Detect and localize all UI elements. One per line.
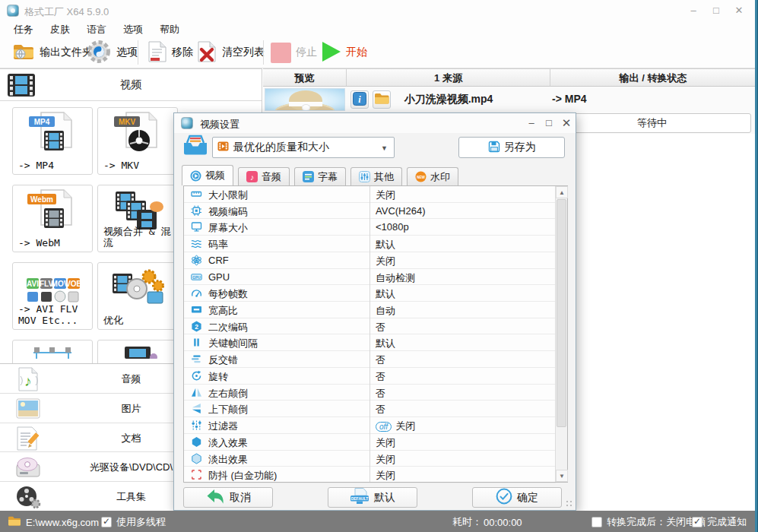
shutdown-checkbox[interactable]	[591, 517, 602, 527]
preview-thumbnail[interactable]	[265, 88, 345, 111]
setting-label: 过滤器	[208, 420, 238, 433]
format-card-mp4[interactable]: MP4-> MP4	[12, 107, 93, 175]
dialog-logo-icon	[181, 117, 193, 129]
setting-label: 视频编码	[208, 205, 248, 219]
resize-grip[interactable]	[565, 499, 574, 508]
format-card-merge[interactable]: 视频合并 & 混流	[97, 185, 178, 252]
setting-value: 自动检测	[376, 271, 415, 285]
dialog-title: 视频设置	[200, 118, 239, 131]
dialog-close-button[interactable]: ✕	[559, 116, 574, 130]
source-filename: 小刀洗澡视频.mp4	[347, 93, 550, 106]
dialog-minimize-button[interactable]: –	[524, 116, 539, 130]
gpu-icon: GPU	[191, 271, 202, 283]
setting-value-text: 否	[376, 353, 385, 367]
gauge-icon	[191, 287, 202, 299]
setting-value: 自动	[376, 304, 395, 318]
format-card-label: 视频合并 & 混流	[103, 226, 174, 249]
close-button[interactable]: ✕	[729, 3, 749, 18]
setting-value-text: 默认	[376, 287, 395, 301]
start-button[interactable]: 开始	[320, 37, 367, 68]
video-tab-icon	[190, 170, 201, 182]
back-arrow-icon	[205, 488, 225, 507]
setting-value: off关闭	[376, 420, 415, 433]
preset-film-icon	[217, 141, 229, 154]
setting-value: 默认	[376, 337, 395, 350]
setting-value-text: 否	[376, 403, 385, 416]
column-header-1[interactable]: 1 来源	[347, 68, 550, 87]
setting-value: AVC(H264)	[376, 205, 426, 217]
webm-card-icon: Webm	[13, 187, 92, 236]
sidebar-header-video[interactable]: 视频	[0, 69, 262, 101]
setting-label: 每秒帧数	[208, 287, 248, 301]
default-button[interactable]: DEFAULT 默认	[328, 487, 417, 508]
tab-1[interactable]: ♪音频	[238, 167, 290, 185]
notify-toggle[interactable]: 完成通知	[692, 515, 747, 529]
watermark-tab-icon: NEW	[415, 171, 427, 182]
dialog-maximize-button[interactable]: □	[541, 116, 557, 130]
video-settings-dialog: 视频设置 – □ ✕ 最优化的质量和大小 ▼ 另存为 视频♪音频字幕其他NEW水…	[173, 112, 576, 511]
tab-4[interactable]: NEW水印	[407, 167, 458, 185]
scroll-up-arrow[interactable]: ▲	[556, 186, 568, 198]
setting-value: 否	[376, 387, 385, 401]
preset-dropdown[interactable]: 最优化的质量和大小 ▼	[212, 137, 395, 158]
column-header-0[interactable]: 预览	[263, 68, 347, 87]
svg-text:GPU: GPU	[192, 275, 201, 279]
cancel-button[interactable]: 取消	[183, 487, 273, 508]
tab-2[interactable]: 字幕	[294, 167, 346, 185]
setting-label: 淡出效果	[208, 453, 248, 467]
format-card-optimize[interactable]: 优化	[97, 262, 178, 330]
column-header-2[interactable]: 输出 / 转换状态	[550, 68, 756, 87]
setting-value: 关闭	[376, 188, 395, 202]
rotate-icon	[191, 370, 202, 382]
monitor-icon	[191, 221, 202, 233]
clear-list-button[interactable]: 清空列表	[196, 37, 265, 68]
output-folder-button[interactable]: 输出文件夹	[12, 37, 93, 68]
setting-value-text: 关闭	[376, 453, 395, 467]
scrollbar-thumb[interactable]	[557, 199, 566, 427]
multithread-checkbox[interactable]	[101, 517, 112, 527]
fadeout-icon	[191, 453, 202, 464]
setting-value-text: 关闭	[376, 255, 395, 268]
mux-card-icon	[98, 342, 177, 361]
format-card-avi[interactable]: AVIFLVMOVVOB-> AVI FLV MOV Etc...	[12, 262, 93, 330]
maximize-button[interactable]: □	[706, 3, 726, 18]
ruler-icon	[191, 188, 202, 200]
menu-item-4[interactable]: 帮助	[160, 23, 179, 36]
menu-item-0[interactable]: 任务	[14, 23, 33, 36]
setting-value: 否	[376, 321, 385, 334]
setting-value-text: 关闭	[376, 188, 395, 202]
scrollbar[interactable]: ▲ ▼	[555, 186, 567, 482]
status-badge: 等待中	[553, 113, 751, 133]
options-button[interactable]: 选项	[86, 37, 138, 68]
tab-0[interactable]: 视频	[182, 165, 233, 185]
preset-row: 最优化的质量和大小 ▼ 另存为	[174, 133, 576, 165]
stop-button[interactable]: 停止	[271, 37, 317, 68]
setting-value: 关闭	[376, 436, 395, 450]
aspect-icon	[191, 304, 202, 315]
tab-3[interactable]: 其他	[350, 167, 402, 185]
elapsed-time: 耗时：00:00:00	[452, 515, 522, 529]
save-as-button[interactable]: 另存为	[458, 137, 565, 158]
output-folder-icon	[12, 41, 35, 64]
multithread-toggle[interactable]: 使用多线程	[101, 515, 166, 529]
ok-button[interactable]: 确定	[472, 487, 562, 508]
settings-tabs: 视频♪音频字幕其他NEW水印	[182, 165, 569, 185]
shutdown-toggle[interactable]: 转换完成后：关闭电脑	[591, 515, 706, 529]
setting-value-text: <1080p	[376, 221, 409, 233]
menu-item-3[interactable]: 选项	[123, 23, 143, 36]
menu-item-2[interactable]: 语言	[87, 23, 106, 36]
output-path[interactable]: E:\www.x6g.com	[8, 515, 99, 529]
format-card-webm[interactable]: Webm-> WebM	[12, 185, 93, 252]
minimize-button[interactable]: –	[683, 3, 703, 18]
window-title: 格式工厂 X64 5.9.0	[24, 5, 109, 19]
menu-item-1[interactable]: 皮肤	[50, 23, 70, 36]
fliph-icon	[191, 387, 202, 398]
format-card-mkv[interactable]: MKV-> MKV	[97, 107, 178, 175]
scroll-down-arrow[interactable]: ▼	[556, 470, 568, 482]
setting-label: 旋转	[208, 370, 228, 384]
setting-value: 关闭	[376, 453, 395, 467]
notify-checkbox[interactable]	[692, 517, 702, 527]
keyframe-icon	[191, 337, 202, 348]
remove-button[interactable]: 移除	[147, 37, 193, 68]
settings-panel: 大小限制关闭视频编码AVC(H264)屏幕大小<1080p码率默认CRF关闭GP…	[183, 185, 568, 483]
